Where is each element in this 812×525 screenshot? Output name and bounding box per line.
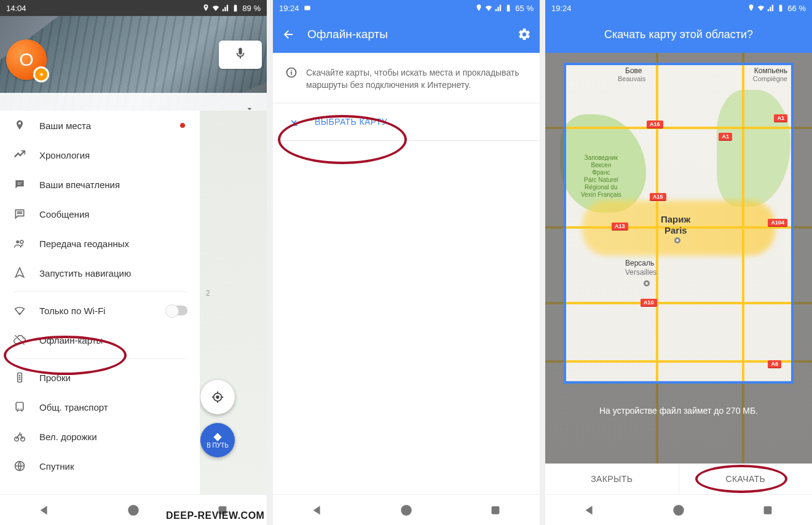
review-icon <box>14 178 26 191</box>
nav-recent-icon[interactable] <box>761 503 775 517</box>
map-background[interactable]: В ПУТЬ 2 <box>200 111 267 494</box>
transit-icon <box>14 401 26 413</box>
wifi-icon <box>757 4 765 12</box>
menu-wifi-only[interactable]: Только по Wi-Fi <box>0 296 200 325</box>
notification-dot <box>180 123 185 128</box>
nav-home-icon[interactable] <box>672 503 685 517</box>
svg-point-7 <box>19 377 21 379</box>
wifi-icon <box>484 4 493 12</box>
location-icon <box>202 4 210 12</box>
mic-icon[interactable] <box>234 47 247 63</box>
drawer-header: О <box>0 16 267 127</box>
menu-start-driving[interactable]: Запустить навигацию <box>0 258 200 288</box>
gear-icon[interactable] <box>518 28 531 41</box>
status-bar: 14:04 89 % <box>0 0 267 16</box>
download-button[interactable]: СКАЧАТЬ <box>679 464 813 494</box>
menu-cycling[interactable]: Вел. дорожки <box>0 422 200 451</box>
satellite-icon <box>14 460 26 472</box>
share-location-icon <box>14 237 26 250</box>
status-icons <box>475 4 513 12</box>
dialog-actions: ЗАКРЫТЬ СКАЧАТЬ <box>545 464 812 494</box>
nav-home-icon[interactable] <box>400 503 413 517</box>
info-banner: Скачайте карты, чтобы искать места и про… <box>273 53 540 103</box>
svg-point-4 <box>19 313 21 315</box>
storage-info: На устройстве файл займет до 270 МБ. <box>545 406 812 416</box>
info-icon <box>285 66 298 79</box>
map-selection-area[interactable]: Заповедник Вексен Франс Parc Naturel Rég… <box>545 53 812 464</box>
svg-point-21 <box>404 508 408 512</box>
svg-point-16 <box>131 508 135 512</box>
directions-fab[interactable]: В ПУТЬ <box>200 423 235 457</box>
back-arrow-icon[interactable] <box>282 28 295 41</box>
select-map-button[interactable]: ВЫБРАТЬ КАРТУ <box>273 103 540 140</box>
my-location-fab[interactable] <box>200 380 235 414</box>
nav-home-icon[interactable] <box>127 503 140 517</box>
location-icon <box>475 4 483 12</box>
svg-rect-25 <box>763 506 771 514</box>
status-time: 19:24 <box>551 4 572 13</box>
wifi-only-toggle[interactable] <box>167 306 187 315</box>
map-road-label: 2 <box>206 289 210 298</box>
android-navbar <box>273 494 540 525</box>
mask <box>794 63 812 464</box>
status-bar: 19:24 66 % <box>545 0 812 16</box>
nav-back-icon[interactable] <box>310 503 324 517</box>
nav-recent-icon[interactable] <box>489 503 502 517</box>
traffic-icon <box>14 371 26 384</box>
svg-rect-22 <box>491 506 499 514</box>
menu-messages[interactable]: Сообщения <box>0 199 200 229</box>
nav-back-icon[interactable] <box>583 503 596 517</box>
battery-pct: 65 % <box>515 4 534 13</box>
mask <box>545 53 812 63</box>
location-icon <box>747 4 755 12</box>
screenshot-3: 19:24 66 % Скачать карту этой области? З… <box>545 0 812 525</box>
menu-label: Хронология <box>39 150 90 160</box>
menu-label: Вел. дорожки <box>39 432 97 442</box>
pin-icon <box>14 119 26 132</box>
map-canvas[interactable]: Заповедник Вексен Франс Parc Naturel Rég… <box>545 53 812 464</box>
battery-icon <box>776 4 785 12</box>
nav-back-icon[interactable] <box>37 503 51 517</box>
menu-satellite[interactable]: Спутник <box>0 451 200 481</box>
screenshot-2: 19:24 65 % Офлайн-карты Скачайте карты, … <box>273 0 540 525</box>
menu-traffic[interactable]: Пробки <box>0 363 200 392</box>
info-text: Скачайте карты, чтобы искать места и про… <box>306 66 527 92</box>
search-pill[interactable] <box>219 41 262 69</box>
status-icons <box>202 4 240 12</box>
app-bar: Офлайн-карты <box>273 16 540 53</box>
messages-icon <box>14 208 26 220</box>
watermark: deep-review.com <box>166 510 264 521</box>
menu-your-places[interactable]: Ваши места <box>0 111 200 140</box>
svg-rect-18 <box>304 6 310 10</box>
bike-icon <box>14 430 26 443</box>
menu-label: Общ. транспорт <box>39 402 108 412</box>
svg-rect-9 <box>16 403 23 411</box>
navigation-icon <box>14 267 26 279</box>
cloud-off-icon <box>14 334 26 346</box>
dialog-title-bar: Скачать карту этой области? <box>545 16 812 53</box>
menu-transit[interactable]: Общ. транспорт <box>0 392 200 422</box>
android-navbar <box>545 494 812 525</box>
selection-rectangle[interactable] <box>564 63 794 384</box>
battery-pct: 66 % <box>787 4 806 13</box>
signal-icon <box>767 4 775 12</box>
menu-contributions[interactable]: Ваши впечатления <box>0 170 200 199</box>
status-bar: 19:24 65 % <box>273 0 540 16</box>
menu-location-sharing[interactable]: Передача геоданных <box>0 229 200 258</box>
account-avatar[interactable]: О <box>6 39 47 80</box>
status-icons <box>747 4 785 12</box>
menu-label: Пробки <box>39 373 71 383</box>
menu-label: Спутник <box>39 461 74 472</box>
menu-timeline[interactable]: Хронология <box>0 140 200 170</box>
menu-label: Только по Wi-Fi <box>39 306 105 316</box>
close-button[interactable]: ЗАКРЫТЬ <box>545 464 679 494</box>
navigation-drawer: Ваши места Хронология Ваши впечатления С… <box>0 111 200 494</box>
battery-icon <box>231 4 240 12</box>
menu-offline-maps[interactable]: Офлайн-карты <box>0 325 200 355</box>
svg-point-10 <box>18 408 19 409</box>
svg-point-0 <box>216 395 219 399</box>
status-time: 14:04 <box>6 4 26 13</box>
signal-icon <box>494 4 503 12</box>
menu-label: Ваши впечатления <box>39 180 120 190</box>
svg-point-24 <box>676 508 680 512</box>
